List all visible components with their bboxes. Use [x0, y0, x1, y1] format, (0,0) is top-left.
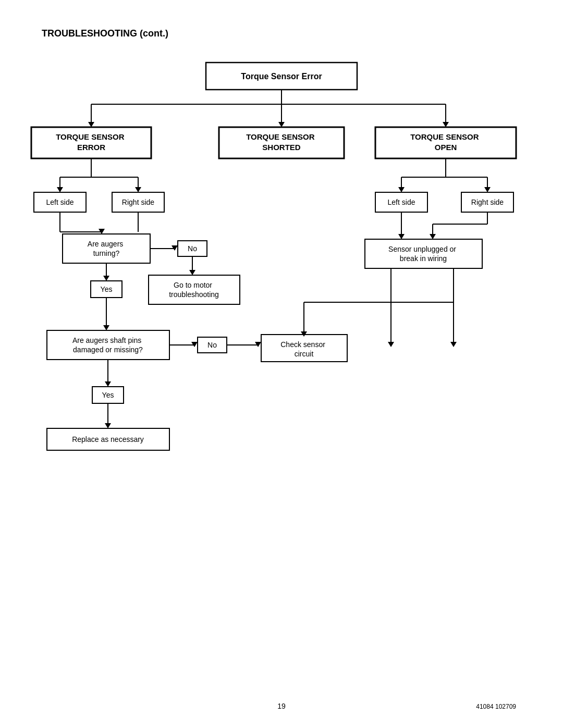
augers-shaft-box [47, 330, 169, 360]
augers-turning-box [63, 234, 150, 263]
svg-marker-71 [398, 187, 405, 192]
left-side-open-label: Left side [388, 198, 415, 206]
svg-marker-79 [430, 234, 436, 239]
no-label-1: No [188, 244, 197, 253]
left-side-error-label: Left side [46, 198, 74, 206]
svg-marker-75 [398, 234, 405, 239]
replace-label: Replace as necessary [72, 435, 144, 443]
svg-marker-57 [103, 276, 109, 281]
main-page: TROUBLESHOOTING (cont.) Torque Sensor Er… [0, 0, 563, 728]
full-diagram: TROUBLESHOOTING (cont.) Torque Sensor Er… [0, 0, 563, 728]
svg-marker-73 [484, 187, 491, 192]
header-text: TROUBLESHOOTING (cont.) [42, 28, 168, 39]
right-side-error-label: Right side [122, 198, 154, 206]
yes-label-2: Yes [102, 391, 114, 399]
top-error-label: Torque Sensor Error [241, 72, 322, 81]
svg-marker-47 [135, 187, 141, 192]
svg-marker-59 [103, 325, 109, 330]
right-side-open-label: Right side [471, 198, 504, 206]
svg-marker-55 [189, 270, 195, 275]
svg-marker-81 [388, 342, 394, 347]
svg-marker-65 [105, 381, 111, 387]
no-label-2: No [207, 341, 217, 349]
svg-marker-67 [105, 423, 111, 428]
page-number: 19 [277, 702, 286, 710]
go-to-motor-box [149, 275, 240, 304]
sensor-unplugged-box [365, 239, 482, 268]
svg-marker-45 [57, 187, 63, 192]
svg-marker-83 [450, 342, 457, 347]
yes-label-1: Yes [101, 285, 113, 293]
doc-number: 41084 102709 [476, 703, 516, 710]
